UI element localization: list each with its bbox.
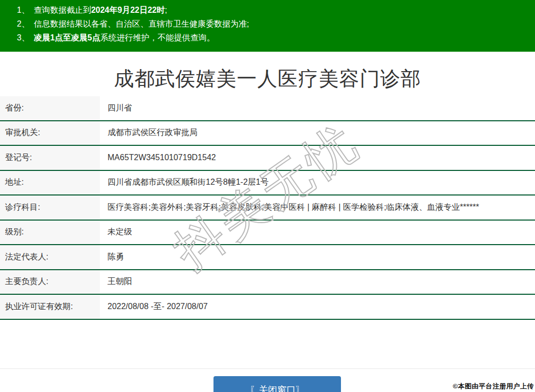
- row-label: 级别:: [0, 221, 100, 245]
- row-label: 地址:: [0, 171, 100, 195]
- row-value: 陈勇: [100, 245, 535, 269]
- notice-line-2-number: 2、: [17, 19, 30, 28]
- row-value: 王朝阳: [100, 270, 535, 294]
- row-value: 2022/08/08 -至- 2027/08/07: [100, 295, 535, 319]
- footer-divider: [0, 368, 535, 369]
- notice-line-3-bold: 凌晨1点至凌晨5点: [34, 33, 100, 42]
- notice-line-2: 2、信息数据结果以各省、自治区、直辖市卫生健康委数据为准;: [17, 17, 530, 31]
- row-value: 成都市武侯区行政审批局: [100, 121, 535, 145]
- notice-line-1: 1、查询数据截止到2024年9月22日22时;: [17, 3, 530, 17]
- table-row-province: 省份: 四川省: [0, 96, 535, 121]
- row-label: 法定代表人:: [0, 245, 100, 269]
- notice-line-1-bold: 2024年9月22日22时: [91, 6, 165, 14]
- row-value: 四川省: [100, 96, 535, 120]
- row-label: 登记号:: [0, 146, 100, 170]
- row-label: 省份:: [0, 96, 100, 120]
- notice-banner: 1、查询数据截止到2024年9月22日22时; 2、信息数据结果以各省、自治区、…: [0, 0, 535, 52]
- row-label: 执业许可证有效期:: [0, 295, 100, 319]
- row-label: 审批机关:: [0, 121, 100, 145]
- institution-info-table: 省份: 四川省 审批机关: 成都市武侯区行政审批局 登记号: MA65T2W34…: [0, 96, 535, 320]
- close-window-button[interactable]: 〖关闭窗口〗: [213, 376, 341, 392]
- row-value: MA65T2W3451010719D1542: [100, 146, 535, 170]
- table-row-license-validity: 执业许可证有效期: 2022/08/08 -至- 2027/08/07: [0, 295, 535, 320]
- table-row-legal-representative: 法定代表人: 陈勇: [0, 245, 535, 270]
- row-value: 医疗美容科;美容外科;美容牙科;美容皮肤科;美容中医科 | 麻醉科 | 医学检验…: [100, 195, 535, 220]
- table-row-address: 地址: 四川省成都市武侯区顺和街12号8幢1-2层1号: [0, 171, 535, 196]
- row-label: 主要负责人:: [0, 270, 100, 294]
- table-row-principal: 主要负责人: 王朝阳: [0, 270, 535, 295]
- table-row-level: 级别: 未定级: [0, 221, 535, 246]
- table-row-medical-subjects: 诊疗科目: 医疗美容科;美容外科;美容牙科;美容皮肤科;美容中医科 | 麻醉科 …: [0, 195, 535, 221]
- table-row-registration-number: 登记号: MA65T2W3451010719D1542: [0, 146, 535, 171]
- row-label: 诊疗科目:: [0, 195, 100, 220]
- notice-line-3-number: 3、: [17, 33, 30, 42]
- notice-line-1-suffix: ;: [165, 6, 167, 14]
- row-value: 未定级: [100, 221, 535, 245]
- notice-line-3: 3、凌晨1点至凌晨5点系统进行维护，不能提供查询。: [17, 31, 530, 45]
- notice-line-2-text: 信息数据结果以各省、自治区、直辖市卫生健康委数据为准;: [34, 19, 249, 28]
- notice-line-3-suffix: 系统进行维护，不能提供查询。: [100, 33, 215, 42]
- license-result-page: 1、查询数据截止到2024年9月22日22时; 2、信息数据结果以各省、自治区、…: [0, 0, 535, 392]
- notice-line-1-number: 1、: [17, 6, 30, 14]
- row-value: 四川省成都市武侯区顺和街12号8幢1-2层1号: [100, 171, 535, 195]
- copyright-caption: ©本图由平台注册用户上传: [453, 382, 534, 391]
- table-row-approval-authority: 审批机关: 成都市武侯区行政审批局: [0, 121, 535, 146]
- institution-title: 成都武侯嬉美一人医疗美容门诊部: [0, 65, 535, 93]
- notice-line-1-text: 查询数据截止到: [34, 6, 91, 14]
